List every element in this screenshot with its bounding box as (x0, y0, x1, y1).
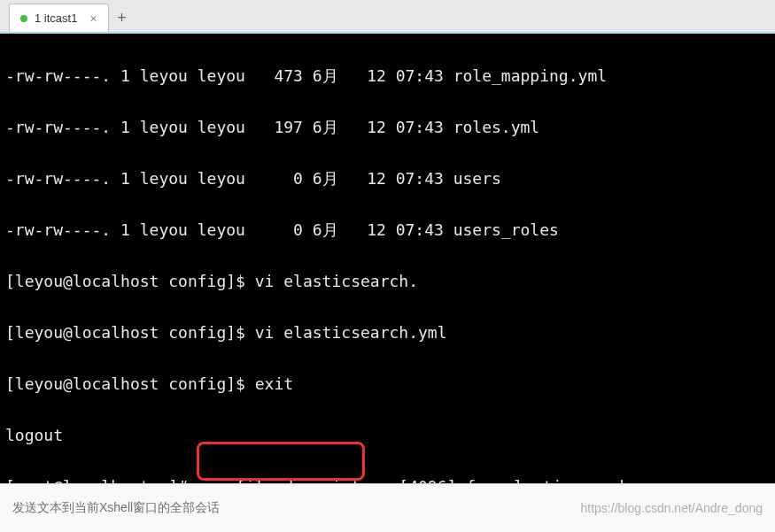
close-icon[interactable]: × (84, 12, 97, 26)
terminal-line: [leyou@localhost config]$ exit (5, 371, 770, 397)
terminal-line: -rw-rw----. 1 leyou leyou 0 6月 12 07:43 … (5, 217, 770, 243)
tab-bar: 1 itcast1 × + (0, 0, 775, 34)
terminal-output[interactable]: -rw-rw----. 1 leyou leyou 473 6月 12 07:4… (0, 34, 775, 483)
footer-bar: 发送文本到当前Xshell窗口的全部会话 https://blog.csdn.n… (0, 483, 775, 532)
footer-hint: 发送文本到当前Xshell窗口的全部会话 (12, 500, 220, 516)
terminal-line: -rw-rw----. 1 leyou leyou 197 6月 12 07:4… (5, 114, 770, 140)
terminal-line: [leyou@localhost config]$ vi elasticsear… (5, 320, 770, 345)
terminal-line: -rw-rw----. 1 leyou leyou 473 6月 12 07:4… (5, 63, 770, 89)
add-tab-button[interactable]: + (109, 4, 136, 32)
tab-itcast1[interactable]: 1 itcast1 × (9, 4, 109, 32)
terminal-line: -rw-rw----. 1 leyou leyou 0 6月 12 07:43 … (5, 166, 770, 191)
watermark-text: https://blog.csdn.net/Andre_dong (581, 501, 763, 515)
connection-status-dot (20, 15, 27, 22)
terminal-line: [leyou@localhost config]$ vi elasticsear… (5, 268, 770, 294)
tab-label: 1 itcast1 (35, 12, 77, 25)
terminal-line: logout (5, 422, 770, 448)
terminal-line: [root@localhost ~]# max file descriptors… (5, 474, 770, 483)
